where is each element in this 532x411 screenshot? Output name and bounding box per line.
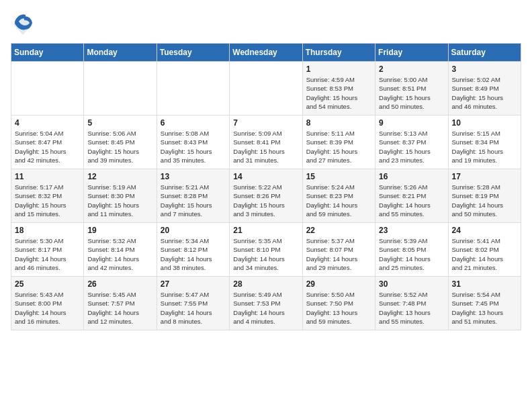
calendar-table: SundayMondayTuesdayWednesdayThursdayFrid… xyxy=(11,43,521,330)
calendar-cell: 16Sunrise: 5:26 AMSunset: 8:21 PMDayligh… xyxy=(375,169,448,223)
calendar-cell: 25Sunrise: 5:43 AMSunset: 8:00 PMDayligh… xyxy=(11,277,84,330)
day-number: 9 xyxy=(379,118,444,128)
calendar-cell: 8Sunrise: 5:11 AMSunset: 8:39 PMDaylight… xyxy=(302,116,375,169)
calendar-cell: 9Sunrise: 5:13 AMSunset: 8:37 PMDaylight… xyxy=(375,116,448,169)
calendar-week-row: 11Sunrise: 5:17 AMSunset: 8:32 PMDayligh… xyxy=(11,169,521,223)
day-info: Sunrise: 5:54 AMSunset: 7:45 PMDaylight:… xyxy=(452,290,517,326)
calendar-cell: 11Sunrise: 5:17 AMSunset: 8:32 PMDayligh… xyxy=(11,169,84,223)
day-number: 23 xyxy=(379,226,444,235)
calendar-week-row: 4Sunrise: 5:04 AMSunset: 8:47 PMDaylight… xyxy=(11,116,521,169)
calendar-cell: 3Sunrise: 5:02 AMSunset: 8:49 PMDaylight… xyxy=(448,62,521,116)
logo xyxy=(11,11,38,35)
day-info: Sunrise: 5:37 AMSunset: 8:07 PMDaylight:… xyxy=(306,236,371,272)
calendar-week-row: 18Sunrise: 5:30 AMSunset: 8:17 PMDayligh… xyxy=(11,223,521,277)
day-info: Sunrise: 5:39 AMSunset: 8:05 PMDaylight:… xyxy=(379,236,444,272)
day-info: Sunrise: 5:26 AMSunset: 8:21 PMDaylight:… xyxy=(379,183,444,218)
calendar-cell: 21Sunrise: 5:35 AMSunset: 8:10 PMDayligh… xyxy=(230,223,302,277)
calendar-cell: 23Sunrise: 5:39 AMSunset: 8:05 PMDayligh… xyxy=(375,223,448,277)
calendar-cell: 31Sunrise: 5:54 AMSunset: 7:45 PMDayligh… xyxy=(448,277,521,330)
day-number: 2 xyxy=(379,64,444,74)
day-info: Sunrise: 5:22 AMSunset: 8:26 PMDaylight:… xyxy=(233,183,298,218)
day-number: 15 xyxy=(306,172,371,181)
day-number: 3 xyxy=(452,64,517,74)
calendar-week-row: 1Sunrise: 4:59 AMSunset: 8:53 PMDaylight… xyxy=(11,62,521,116)
day-number: 6 xyxy=(161,118,226,128)
calendar-header-row: SundayMondayTuesdayWednesdayThursdayFrid… xyxy=(11,44,521,62)
col-header-saturday: Saturday xyxy=(448,44,521,62)
day-info: Sunrise: 5:02 AMSunset: 8:49 PMDaylight:… xyxy=(452,75,517,111)
calendar-cell: 14Sunrise: 5:22 AMSunset: 8:26 PMDayligh… xyxy=(230,169,302,223)
day-info: Sunrise: 5:49 AMSunset: 7:53 PMDaylight:… xyxy=(233,290,298,326)
day-info: Sunrise: 5:47 AMSunset: 7:55 PMDaylight:… xyxy=(161,290,226,326)
calendar-cell xyxy=(84,62,157,116)
day-info: Sunrise: 5:06 AMSunset: 8:45 PMDaylight:… xyxy=(87,129,152,165)
calendar-cell: 26Sunrise: 5:45 AMSunset: 7:57 PMDayligh… xyxy=(84,277,157,330)
day-info: Sunrise: 5:09 AMSunset: 8:41 PMDaylight:… xyxy=(233,129,298,165)
calendar-cell: 29Sunrise: 5:50 AMSunset: 7:50 PMDayligh… xyxy=(302,277,375,330)
day-number: 1 xyxy=(306,64,371,74)
day-info: Sunrise: 5:11 AMSunset: 8:39 PMDaylight:… xyxy=(306,129,371,165)
col-header-monday: Monday xyxy=(84,44,157,62)
calendar-cell: 30Sunrise: 5:52 AMSunset: 7:48 PMDayligh… xyxy=(375,277,448,330)
day-info: Sunrise: 5:08 AMSunset: 8:43 PMDaylight:… xyxy=(161,129,226,165)
day-number: 25 xyxy=(15,279,80,289)
day-info: Sunrise: 5:41 AMSunset: 8:02 PMDaylight:… xyxy=(452,236,517,272)
day-info: Sunrise: 5:45 AMSunset: 7:57 PMDaylight:… xyxy=(87,290,152,326)
day-info: Sunrise: 5:28 AMSunset: 8:19 PMDaylight:… xyxy=(452,183,517,218)
day-info: Sunrise: 5:30 AMSunset: 8:17 PMDaylight:… xyxy=(15,236,80,272)
day-info: Sunrise: 5:00 AMSunset: 8:51 PMDaylight:… xyxy=(379,75,444,111)
day-number: 28 xyxy=(233,279,298,289)
day-info: Sunrise: 5:34 AMSunset: 8:12 PMDaylight:… xyxy=(161,236,226,272)
day-info: Sunrise: 5:24 AMSunset: 8:23 PMDaylight:… xyxy=(306,183,371,218)
col-header-wednesday: Wednesday xyxy=(230,44,302,62)
day-number: 11 xyxy=(15,172,80,181)
day-number: 26 xyxy=(87,279,152,289)
calendar-cell: 20Sunrise: 5:34 AMSunset: 8:12 PMDayligh… xyxy=(157,223,229,277)
day-number: 27 xyxy=(161,279,226,289)
day-number: 14 xyxy=(233,172,298,181)
day-number: 8 xyxy=(306,118,371,128)
day-number: 24 xyxy=(452,226,517,235)
day-number: 29 xyxy=(306,279,371,289)
calendar-cell: 18Sunrise: 5:30 AMSunset: 8:17 PMDayligh… xyxy=(11,223,84,277)
calendar-cell: 24Sunrise: 5:41 AMSunset: 8:02 PMDayligh… xyxy=(448,223,521,277)
day-info: Sunrise: 4:59 AMSunset: 8:53 PMDaylight:… xyxy=(306,75,371,111)
day-info: Sunrise: 5:35 AMSunset: 8:10 PMDaylight:… xyxy=(233,236,298,272)
calendar-cell: 2Sunrise: 5:00 AMSunset: 8:51 PMDaylight… xyxy=(375,62,448,116)
day-info: Sunrise: 5:52 AMSunset: 7:48 PMDaylight:… xyxy=(379,290,444,326)
day-number: 4 xyxy=(15,118,80,128)
day-number: 31 xyxy=(452,279,517,289)
page-header xyxy=(11,11,521,35)
day-number: 19 xyxy=(87,226,152,235)
calendar-cell: 5Sunrise: 5:06 AMSunset: 8:45 PMDaylight… xyxy=(84,116,157,169)
calendar-cell: 15Sunrise: 5:24 AMSunset: 8:23 PMDayligh… xyxy=(302,169,375,223)
calendar-cell: 28Sunrise: 5:49 AMSunset: 7:53 PMDayligh… xyxy=(230,277,302,330)
day-number: 10 xyxy=(452,118,517,128)
calendar-cell: 12Sunrise: 5:19 AMSunset: 8:30 PMDayligh… xyxy=(84,169,157,223)
day-number: 18 xyxy=(15,226,80,235)
col-header-friday: Friday xyxy=(375,44,448,62)
day-info: Sunrise: 5:50 AMSunset: 7:50 PMDaylight:… xyxy=(306,290,371,326)
calendar-cell: 19Sunrise: 5:32 AMSunset: 8:14 PMDayligh… xyxy=(84,223,157,277)
calendar-cell: 13Sunrise: 5:21 AMSunset: 8:28 PMDayligh… xyxy=(157,169,229,223)
calendar-cell: 7Sunrise: 5:09 AMSunset: 8:41 PMDaylight… xyxy=(230,116,302,169)
calendar-cell: 10Sunrise: 5:15 AMSunset: 8:34 PMDayligh… xyxy=(448,116,521,169)
calendar-cell: 17Sunrise: 5:28 AMSunset: 8:19 PMDayligh… xyxy=(448,169,521,223)
day-info: Sunrise: 5:21 AMSunset: 8:28 PMDaylight:… xyxy=(161,183,226,218)
col-header-tuesday: Tuesday xyxy=(157,44,229,62)
logo-icon xyxy=(11,11,35,35)
day-number: 30 xyxy=(379,279,444,289)
day-number: 22 xyxy=(306,226,371,235)
day-info: Sunrise: 5:43 AMSunset: 8:00 PMDaylight:… xyxy=(15,290,80,326)
calendar-cell: 22Sunrise: 5:37 AMSunset: 8:07 PMDayligh… xyxy=(302,223,375,277)
day-info: Sunrise: 5:17 AMSunset: 8:32 PMDaylight:… xyxy=(15,183,80,218)
day-number: 21 xyxy=(233,226,298,235)
day-number: 7 xyxy=(233,118,298,128)
calendar-cell xyxy=(11,62,84,116)
day-info: Sunrise: 5:04 AMSunset: 8:47 PMDaylight:… xyxy=(15,129,80,165)
day-info: Sunrise: 5:15 AMSunset: 8:34 PMDaylight:… xyxy=(452,129,517,165)
day-number: 5 xyxy=(87,118,152,128)
day-info: Sunrise: 5:19 AMSunset: 8:30 PMDaylight:… xyxy=(87,183,152,218)
day-number: 20 xyxy=(161,226,226,235)
calendar-cell: 1Sunrise: 4:59 AMSunset: 8:53 PMDaylight… xyxy=(302,62,375,116)
